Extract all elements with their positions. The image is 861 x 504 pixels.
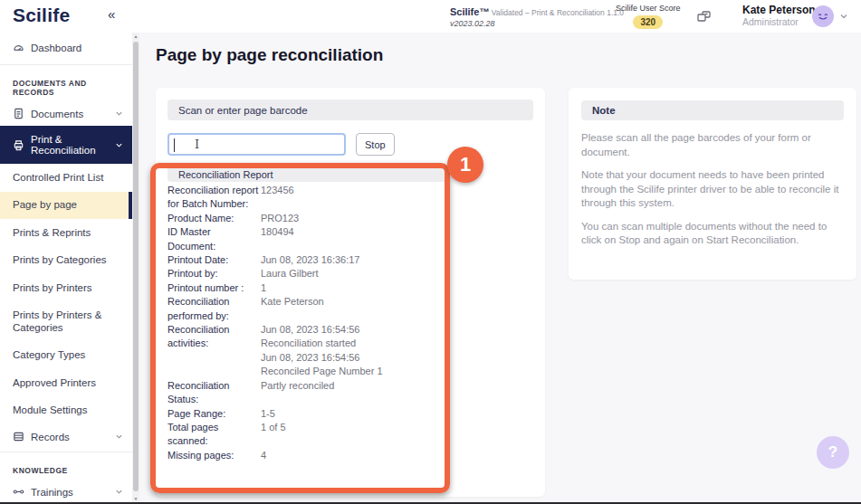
sidebar-item-prints-reprints[interactable]: Prints & Reprints [0, 219, 132, 247]
chevron-down-icon [115, 109, 123, 118]
sidebar: Dashboard DOCUMENTS AND RECORDS Document… [0, 33, 132, 502]
sidebar-section-knowledge: KNOWLEDGE [0, 455, 132, 480]
sidebar-item-trainings[interactable]: Trainings [0, 480, 132, 502]
sidebar-divider [0, 452, 132, 452]
records-table-icon [13, 431, 24, 442]
scan-bar-label: Scan or enter page barcode [167, 100, 533, 120]
report-row: ID Master Document:180494 [167, 225, 533, 253]
chevron-down-icon [115, 141, 123, 149]
scrollbar-down-arrow-icon[interactable]: ▼ [132, 496, 139, 501]
sidebar-item-prints-by-printers-categories[interactable]: Prints by Printers & Categories [0, 302, 132, 342]
report-row: Printout Date:Jun 08, 2023 16:36:17 [167, 253, 533, 267]
sidebar-item-print-reconciliation[interactable]: Print & Reconciliation [0, 126, 132, 164]
product-suffix: Validated – Print & Reconciliation 1.1.0 [489, 8, 624, 17]
app-window: Scilife « Scilife™ Validated – Print & R… [0, 0, 861, 504]
sidebar-item-dashboard[interactable]: Dashboard [0, 33, 132, 62]
chevron-down-icon [115, 488, 123, 496]
note-header: Note [581, 100, 844, 120]
page-title: Page by page reconciliation [156, 45, 383, 65]
product-brand: Scilife™ [450, 6, 489, 17]
printer-icon [13, 139, 24, 151]
note-body: Please scan all the page barcodes of you… [581, 131, 844, 248]
sidebar-item-label: Print & Reconciliation [31, 134, 109, 156]
note-paragraph: Please scan all the page barcodes of you… [581, 131, 844, 159]
report-row: Product Name:PRO123 [167, 212, 533, 225]
sidebar-item-prints-by-categories[interactable]: Prints by Categories [0, 247, 132, 275]
note-paragraph: You can scan multiple documents without … [581, 220, 844, 248]
sidebar-collapse-icon[interactable]: « [108, 6, 115, 22]
user-score-badge: 320 [633, 15, 663, 29]
sidebar-section-documents-and-records: DOCUMENTS AND RECORDS [0, 68, 132, 101]
sidebar-divider [0, 64, 132, 65]
report-row: Page Range:1-5 [167, 407, 533, 421]
sidebar-item-records[interactable]: Records [0, 424, 132, 449]
trainings-icon [13, 486, 24, 498]
chevron-down-icon [115, 433, 123, 441]
stop-button[interactable]: Stop [356, 133, 395, 156]
note-paragraph: Note that your document needs to have be… [581, 168, 844, 211]
sidebar-item-documents[interactable]: Documents [0, 101, 132, 126]
sidebar-item-label: Dashboard [31, 43, 81, 53]
sidebar-item-category-types[interactable]: Category Types [0, 342, 132, 370]
report-row: Reconciliation Status:Partly reconciled [167, 379, 533, 407]
product-version-info: Scilife™ Validated – Print & Reconciliat… [450, 5, 624, 29]
user-menu[interactable]: Kate Peterson Administrator [742, 5, 816, 28]
user-score: Scilife User Score 320 [616, 4, 681, 29]
document-icon [13, 108, 24, 119]
sidebar-item-prints-by-printers[interactable]: Prints by Printers [0, 274, 132, 302]
gauge-icon [13, 42, 24, 53]
scrollbar-up-arrow-icon[interactable]: ▲ [132, 33, 139, 39]
user-score-label: Scilife User Score [616, 4, 681, 13]
report-row: Total pages scanned:1 of 5 [167, 421, 533, 449]
note-card: Note Please scan all the page barcodes o… [569, 88, 856, 280]
sidebar-item-label: Documents [31, 109, 83, 119]
report-row: Reconciliation report for Batch Number:1… [167, 184, 533, 212]
report-row: Printout number :1 [167, 281, 533, 295]
scrollbar-thumb[interactable] [133, 42, 139, 491]
report-row: Printout by:Laura Gilbert [167, 267, 533, 281]
report-header: Reconciliation Report [167, 166, 447, 182]
report-row: Reconciliation activities:Jun 08, 2023 1… [167, 323, 533, 379]
top-header: Scilife « Scilife™ Validated – Print & R… [0, 0, 861, 33]
sidebar-item-controlled-print-list[interactable]: Controlled Print List [0, 164, 132, 192]
sidebar-item-page-by-page[interactable]: Page by page [0, 192, 132, 220]
sidebar-item-module-settings[interactable]: Module Settings [0, 397, 132, 425]
reconciliation-report: Reconciliation Report Reconciliation rep… [167, 166, 533, 462]
sidebar-item-label: Trainings [31, 487, 73, 498]
scilife-logo: Scilife [13, 5, 70, 26]
user-menu-chevron-icon[interactable] [839, 12, 848, 21]
report-row: Reconciliation performed by:Kate Peterso… [167, 295, 533, 323]
help-button[interactable]: ? [817, 436, 849, 469]
ibeam-cursor: I [195, 138, 199, 151]
barcode-input-row: I Stop [167, 133, 533, 156]
sidebar-item-approved-printers[interactable]: Approved Printers [0, 369, 132, 397]
avatar[interactable] [812, 5, 834, 27]
report-row: Missing pages:4 [167, 449, 533, 462]
user-role: Administrator [742, 16, 816, 28]
report-rows: Reconciliation report for Batch Number:1… [167, 182, 533, 462]
reconciliation-card: Scan or enter page barcode I Stop Reconc… [156, 88, 545, 497]
sidebar-item-label: Records [31, 432, 70, 442]
product-version: v2023.02.28 [450, 18, 624, 29]
barcode-input[interactable]: I [167, 133, 346, 156]
text-caret [174, 138, 175, 152]
feedback-chat-icon[interactable] [695, 8, 713, 26]
sidebar-scrollbar[interactable]: ▲ ▼ [132, 33, 139, 502]
user-name: Kate Peterson [742, 5, 816, 16]
